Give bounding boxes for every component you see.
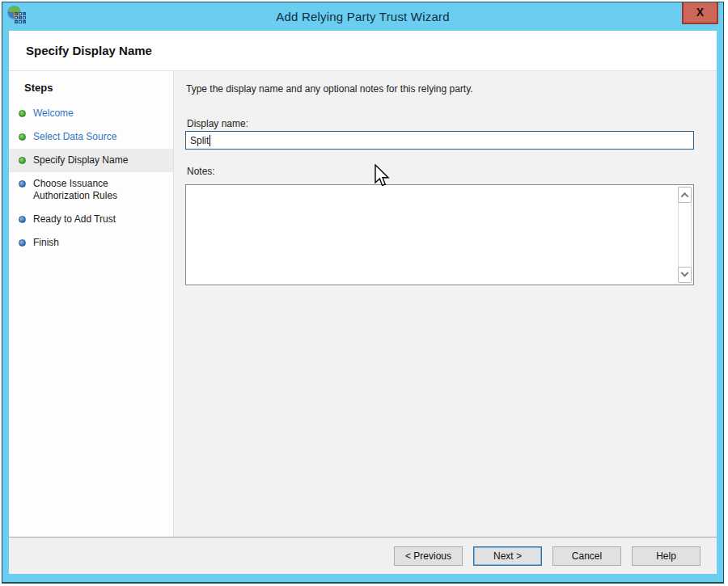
- step-pending-icon: [19, 180, 26, 188]
- step-pending-icon: [19, 216, 26, 223]
- steps-heading: Steps: [9, 78, 173, 102]
- display-name-value: Split: [190, 135, 209, 146]
- display-name-label: Display name:: [187, 118, 248, 129]
- scroll-down-button[interactable]: [678, 267, 692, 283]
- sidebar-item-label: Ready to Add Trust: [33, 213, 116, 226]
- page-header: Specify Display Name: [9, 31, 717, 71]
- chevron-down-icon: [681, 268, 689, 276]
- main-row: Steps Welcome Select Data Source Specify…: [9, 71, 717, 537]
- scroll-up-button[interactable]: [678, 187, 692, 203]
- step-done-icon: [19, 133, 26, 141]
- sidebar-item-ready-to-add-trust: Ready to Add Trust: [9, 208, 173, 231]
- sidebar-item-specify-display-name: Specify Display Name: [9, 149, 173, 172]
- dialog-body: Specify Display Name Steps Welcome Selec…: [9, 31, 717, 574]
- step-current-icon: [19, 157, 26, 164]
- close-button[interactable]: X: [682, 2, 718, 24]
- page-title: Specify Display Name: [26, 44, 152, 57]
- sidebar-item-select-data-source[interactable]: Select Data Source: [9, 125, 173, 149]
- content-pane: Type the display name and any optional n…: [174, 71, 717, 537]
- step-pending-icon: [19, 239, 26, 247]
- chevron-up-icon: [681, 192, 689, 200]
- notes-scrollbar[interactable]: [678, 187, 692, 283]
- sidebar-item-label: Finish: [33, 237, 59, 249]
- sidebar-item-finish: Finish: [9, 231, 173, 255]
- scroll-track[interactable]: [678, 203, 692, 267]
- steps-sidebar: Steps Welcome Select Data Source Specify…: [9, 71, 174, 537]
- step-done-icon: [19, 110, 26, 117]
- window-title: Add Relying Party Trust Wizard: [2, 10, 723, 23]
- previous-button[interactable]: < Previous: [394, 546, 463, 566]
- footer-bar: < Previous Next > Cancel Help: [9, 537, 717, 574]
- sidebar-item-label[interactable]: Welcome: [33, 108, 74, 120]
- sidebar-item-label: Specify Display Name: [33, 154, 128, 167]
- notes-textarea[interactable]: [185, 184, 694, 285]
- next-button[interactable]: Next >: [473, 546, 542, 566]
- screen: Add Relying Party Trust Wizard X Specify…: [0, 0, 728, 586]
- help-button[interactable]: Help: [632, 546, 700, 566]
- titlebar[interactable]: Add Relying Party Trust Wizard X: [2, 2, 723, 31]
- sidebar-item-welcome[interactable]: Welcome: [9, 102, 173, 125]
- text-caret: [210, 135, 210, 146]
- wizard-window: Add Relying Party Trust Wizard X Specify…: [2, 2, 724, 584]
- notes-label: Notes:: [187, 166, 215, 177]
- sidebar-item-label[interactable]: Select Data Source: [33, 131, 116, 143]
- cancel-button[interactable]: Cancel: [552, 546, 621, 566]
- sidebar-item-label: Choose Issuance Authorization Rules: [33, 178, 163, 202]
- display-name-input[interactable]: Split: [185, 131, 694, 150]
- instruction-text: Type the display name and any optional n…: [186, 83, 717, 95]
- sidebar-item-choose-issuance-authorization-rules: Choose Issuance Authorization Rules: [9, 172, 173, 208]
